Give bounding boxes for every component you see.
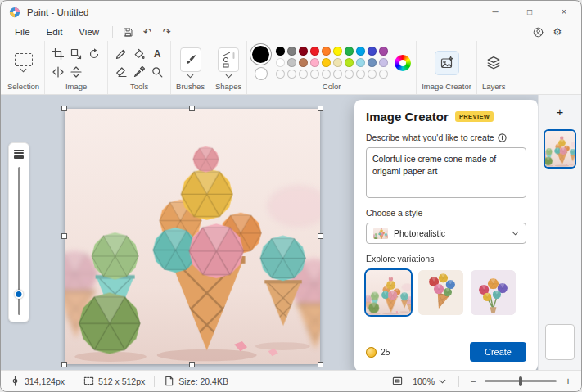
- minimize-button[interactable]: ─: [478, 1, 512, 23]
- color-swatch[interactable]: [276, 58, 285, 67]
- color-swatch[interactable]: [276, 47, 285, 56]
- menu-edit[interactable]: Edit: [39, 25, 70, 38]
- size-slider-track[interactable]: [18, 167, 20, 315]
- selection-handle[interactable]: [61, 362, 67, 367]
- size-slider-thumb[interactable]: [15, 290, 24, 299]
- close-button[interactable]: ×: [547, 1, 581, 23]
- statusbar-divider: [154, 376, 155, 387]
- color-swatch[interactable]: [345, 58, 354, 67]
- custom-color-slot[interactable]: [310, 70, 319, 79]
- eraser-button[interactable]: [113, 64, 129, 80]
- custom-color-slot[interactable]: [287, 70, 296, 79]
- color-swatch[interactable]: [322, 47, 331, 56]
- style-dropdown[interactable]: Photorealistic: [366, 223, 526, 244]
- shapes-icon: [220, 50, 237, 70]
- color-swatch[interactable]: [310, 47, 319, 56]
- layers-button[interactable]: [485, 54, 503, 72]
- magnifier-button[interactable]: [149, 64, 165, 80]
- selection-handle[interactable]: [318, 106, 323, 111]
- text-tool-button[interactable]: A: [149, 46, 165, 62]
- custom-color-slot[interactable]: [379, 70, 388, 79]
- flip-horizontal-button[interactable]: [50, 64, 66, 80]
- zoom-slider-track[interactable]: [485, 380, 557, 382]
- color-swatch[interactable]: [299, 47, 308, 56]
- style-selected-value: Photorealistic: [394, 228, 506, 238]
- secondary-color-circle[interactable]: [255, 67, 268, 80]
- variation-thumbnail-3[interactable]: [471, 270, 516, 315]
- crop-button[interactable]: [50, 46, 66, 62]
- color-swatch[interactable]: [379, 47, 388, 56]
- custom-color-slot[interactable]: [276, 70, 285, 79]
- color-swatch[interactable]: [368, 58, 377, 67]
- color-swatch[interactable]: [310, 58, 319, 67]
- thickness-icon: [14, 150, 24, 159]
- variation-thumbnail-1[interactable]: [366, 270, 411, 315]
- color-picker-button[interactable]: [131, 64, 147, 80]
- selection-handle[interactable]: [61, 106, 67, 111]
- color-swatch[interactable]: [368, 47, 377, 56]
- selection-handle[interactable]: [61, 233, 67, 239]
- color-swatch[interactable]: [345, 47, 354, 56]
- save-button[interactable]: [119, 25, 137, 39]
- selection-tool-button[interactable]: [13, 52, 34, 74]
- variation-thumbnail-2[interactable]: [418, 270, 463, 315]
- selection-handle[interactable]: [318, 362, 323, 367]
- background-layer-thumbnail[interactable]: [545, 324, 575, 360]
- settings-gear-icon[interactable]: ⚙: [548, 25, 566, 39]
- zoom-out-button[interactable]: −: [467, 376, 480, 387]
- primary-color-circle[interactable]: [252, 46, 269, 63]
- brushes-button[interactable]: [178, 46, 203, 80]
- selection-handle[interactable]: [318, 233, 323, 239]
- ribbon-label-selection: Selection: [7, 81, 39, 94]
- fill-button[interactable]: [131, 46, 147, 62]
- account-icon[interactable]: [533, 27, 544, 38]
- color-swatch[interactable]: [287, 47, 296, 56]
- color-swatch[interactable]: [356, 47, 365, 56]
- color-swatch[interactable]: [333, 58, 342, 67]
- color-swatch[interactable]: [356, 58, 365, 67]
- info-icon[interactable]: [498, 133, 507, 142]
- zoom-slider-thumb[interactable]: [519, 376, 522, 386]
- zoom-dropdown[interactable]: 100%: [408, 375, 451, 388]
- selection-handle[interactable]: [189, 106, 195, 111]
- paint-window: Paint - Untitled ─ □ × File Edit View ↶ …: [0, 0, 582, 392]
- menu-view[interactable]: View: [71, 25, 106, 38]
- layer-thumbnail-selected[interactable]: [545, 131, 575, 167]
- image-creator-button[interactable]: [435, 51, 459, 75]
- color-swatch[interactable]: [287, 58, 296, 67]
- redo-button[interactable]: ↷: [158, 25, 176, 39]
- custom-color-slot[interactable]: [356, 70, 365, 79]
- custom-color-slot[interactable]: [333, 70, 342, 79]
- custom-color-slot[interactable]: [345, 70, 354, 79]
- color-swatch[interactable]: [333, 47, 342, 56]
- custom-color-slot[interactable]: [368, 70, 377, 79]
- zoom-in-button[interactable]: +: [562, 376, 575, 387]
- resize-button[interactable]: [68, 46, 84, 62]
- selection-handle[interactable]: [189, 362, 195, 367]
- create-button[interactable]: Create: [470, 342, 526, 362]
- menu-file[interactable]: File: [7, 25, 38, 38]
- color-swatch[interactable]: [299, 58, 308, 67]
- color-swatch[interactable]: [379, 58, 388, 67]
- menu-divider: [112, 26, 113, 38]
- maximize-button[interactable]: □: [512, 1, 547, 23]
- statusbar-divider: [74, 376, 74, 387]
- add-layer-button[interactable]: +: [550, 101, 570, 121]
- color-swatch[interactable]: [322, 58, 331, 67]
- ribbon-label-layers: Layers: [482, 81, 506, 94]
- custom-color-slot[interactable]: [322, 70, 331, 79]
- custom-color-slot[interactable]: [299, 70, 308, 79]
- shapes-button[interactable]: [216, 46, 241, 80]
- edit-colors-wheel-button[interactable]: [395, 55, 411, 71]
- ribbon-label-tools: Tools: [130, 81, 148, 94]
- pencil-button[interactable]: [113, 46, 129, 62]
- prompt-input[interactable]: Colorful ice creme cone made of origami …: [366, 147, 526, 198]
- undo-button[interactable]: ↶: [138, 25, 156, 39]
- canvas-image[interactable]: [65, 109, 320, 364]
- shapes-scrollbar[interactable]: [233, 52, 235, 59]
- ribbon-group-tools: A Tools: [108, 41, 171, 94]
- fill-bucket-icon: [133, 48, 145, 60]
- fit-to-window-icon[interactable]: [392, 376, 403, 386]
- rotate-button[interactable]: [86, 46, 102, 62]
- flip-vertical-button[interactable]: [68, 64, 84, 80]
